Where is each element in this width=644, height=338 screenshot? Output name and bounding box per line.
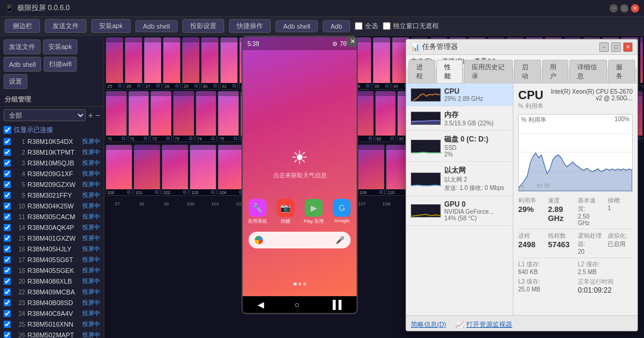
phone-thumbnail[interactable]: 29⊡ [182, 37, 200, 90]
phone-expand-icon[interactable]: ⊡ [369, 136, 372, 141]
adb-shell-button[interactable]: Adb shell [135, 20, 178, 32]
phone-thumbnail[interactable]: 109⊡ [358, 145, 385, 196]
device-row[interactable]: 4 R38M209G1XF 投屏中 [0, 168, 104, 179]
device-row[interactable]: 5 R38M209GZXW 投屏中 [0, 179, 104, 190]
settings-button[interactable]: 设置 [4, 74, 27, 89]
phone-expand-icon[interactable]: ⊡ [166, 136, 170, 141]
install-apk-button[interactable]: 安装apk [91, 19, 131, 33]
phone-weather-widget[interactable]: ☀ 点击来获取天气信息 [273, 146, 327, 180]
sidebar-toggle-button[interactable]: 侧边栏 [5, 19, 40, 33]
tab-startup[interactable]: 启动 [514, 60, 541, 83]
device-row[interactable]: 24 R38M40C8A4V 投屏中 [0, 308, 104, 319]
tab-users[interactable]: 用户 [542, 60, 569, 83]
device-row[interactable]: 17 R38M405SG6T 投屏中 [0, 254, 104, 265]
send-file-sidebar-button[interactable]: 发送文件 [4, 39, 41, 54]
tm-open-monitor-link[interactable]: 📈 打开资源监视器 [456, 320, 512, 329]
phone-expand-icon[interactable]: ⊡ [233, 84, 236, 88]
install-apk-sidebar-button[interactable]: 安装apk [43, 39, 78, 54]
phone-thumbnail[interactable]: 27⊡ [144, 37, 162, 90]
tab-processes[interactable]: 进程 [408, 60, 435, 83]
device-checkbox[interactable] [4, 256, 11, 263]
device-checkbox[interactable] [4, 213, 11, 220]
phone-app-play[interactable]: ▶ Play 应用 [302, 199, 326, 225]
standalone-window-checkbox[interactable]: 独立窗口无遮框 [383, 21, 439, 30]
device-checkbox[interactable] [4, 192, 11, 199]
phone-expand-icon[interactable]: ⊡ [211, 136, 215, 141]
phone-app-camera[interactable]: 📷 拍摄 [274, 199, 297, 225]
tm-item-ethernet[interactable]: 以太网 以太网 2发送: 1.0 接收: 0 Mbps [406, 162, 513, 196]
file-send-button[interactable]: 发送文件 [45, 19, 86, 33]
phone-expand-icon[interactable]: ⊡ [379, 190, 383, 195]
phone-expand-icon[interactable]: ⊡ [127, 190, 131, 195]
device-checkbox[interactable] [4, 299, 11, 306]
device-checkbox[interactable] [4, 245, 11, 253]
phone-thumbnail[interactable]: 25⊡ [106, 37, 123, 90]
device-checkbox[interactable] [4, 138, 11, 145]
phone-expand-icon[interactable]: ⊡ [194, 84, 198, 88]
phone-expand-icon[interactable]: ⊡ [189, 136, 193, 141]
phone-thumbnail[interactable]: 75⊡ [218, 91, 239, 142]
phone-expand-icon[interactable]: ⊡ [385, 84, 389, 88]
tm-min-button[interactable]: － [599, 42, 609, 52]
phone-thumbnail[interactable]: 100⊡ [106, 145, 132, 196]
device-row[interactable]: 20 R38M4086XLB 投屏中 [0, 276, 104, 287]
remove-group-button[interactable]: − [95, 110, 100, 120]
device-checkbox[interactable] [4, 267, 11, 274]
device-checkbox[interactable] [4, 159, 11, 167]
phone-expand-icon[interactable]: ⊡ [155, 190, 159, 195]
full-screen-checkbox[interactable]: 全选 [355, 21, 378, 30]
phone-thumbnail[interactable]: 102⊡ [162, 145, 188, 196]
phone-thumbnail[interactable]: 103⊡ [190, 145, 216, 196]
phone-expand-icon[interactable]: ⊡ [183, 190, 187, 195]
adb-shell-tab-button[interactable]: Adb shell [275, 20, 318, 32]
scan-wifi-button[interactable]: 扫描wifi [44, 57, 77, 72]
device-checkbox[interactable] [4, 149, 11, 156]
phone-expand-icon[interactable]: ⊡ [211, 190, 215, 195]
adb-button[interactable]: Adb [323, 20, 350, 32]
device-row[interactable]: 18 R38M405SGEK 投屏中 [0, 265, 104, 276]
phone-expand-icon[interactable]: ⊡ [118, 84, 122, 88]
phone-expand-icon[interactable]: ⊡ [122, 136, 125, 141]
device-checkbox[interactable] [4, 331, 11, 338]
phone-thumbnail[interactable]: 70⊡ [106, 91, 127, 142]
device-checkbox[interactable] [4, 235, 11, 242]
phone-expand-icon[interactable]: ⊡ [391, 136, 394, 141]
tab-services[interactable]: 服务 [608, 60, 635, 83]
device-row[interactable]: 3 R38M10M5QJB 投屏中 [0, 158, 104, 168]
phone-app-system[interactable]: 🔧 应用系统 [246, 199, 269, 225]
phone-app-google[interactable]: G Google [330, 199, 354, 225]
close-button[interactable]: ✕ [631, 4, 639, 13]
device-row[interactable]: 11 R38M305CACM 投屏中 [0, 211, 104, 222]
phone-thumbnail[interactable]: 74⊡ [196, 91, 217, 142]
device-row[interactable]: 14 R38M30AQK4P 投屏中 [0, 222, 104, 233]
device-row[interactable]: 22 R38M409MCBA 投屏中 [0, 287, 104, 297]
group-filter-select[interactable]: 全部 在线 离线 [4, 109, 86, 121]
phone-expand-icon[interactable]: ⊡ [144, 136, 147, 141]
phone-thumbnail[interactable]: 71⊡ [128, 91, 150, 142]
tm-close-button[interactable]: ✕ [623, 42, 633, 52]
phone-thumbnail[interactable]: 101⊡ [134, 145, 160, 196]
device-checkbox[interactable] [4, 310, 11, 317]
device-checkbox[interactable] [4, 288, 11, 296]
shortcuts-button[interactable]: 快捷操作 [229, 19, 271, 33]
device-row[interactable]: 2 R38M10KTPMT 投屏中 [0, 147, 104, 158]
device-row[interactable]: 1 R38M10K54DX 投屏中 [0, 136, 104, 147]
tm-max-button[interactable]: □ [611, 42, 621, 52]
minimize-button[interactable]: － [609, 4, 618, 13]
tab-app-history[interactable]: 应用历史记录 [464, 60, 513, 83]
tab-performance[interactable]: 性能 [436, 60, 463, 83]
phone-thumbnail[interactable]: 73⊡ [173, 91, 194, 142]
adb-shell-sidebar-button[interactable]: Adb shell [4, 57, 41, 72]
device-row[interactable]: 16 R38M405HJLY 投屏中 [0, 244, 104, 254]
phone-recent-button[interactable]: ▐▐ [330, 300, 342, 309]
phone-expand-icon[interactable]: ⊡ [234, 136, 237, 141]
tm-item-disk[interactable]: 磁盘 0 (C: D:) SSD2% [406, 131, 513, 162]
add-group-button[interactable]: + [88, 110, 93, 120]
phone-search-bar[interactable]: 🎤 [249, 232, 351, 248]
phone-thumbnail[interactable]: 30⊡ [201, 37, 219, 90]
phone-home-button[interactable]: ○ [295, 300, 299, 309]
phone-thumbnail[interactable]: 72⊡ [150, 91, 172, 142]
phone-thumbnail[interactable]: 53⊡ [640, 37, 643, 90]
device-checkbox[interactable] [4, 321, 11, 328]
device-checkbox[interactable] [4, 202, 11, 210]
